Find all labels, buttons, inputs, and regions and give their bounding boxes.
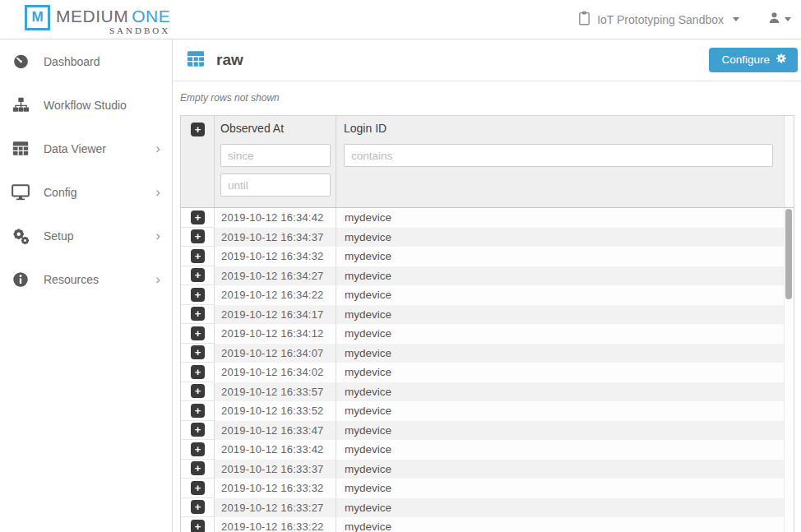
- scrollbar-gutter: [784, 498, 794, 518]
- until-filter-input[interactable]: [220, 173, 331, 197]
- expand-all-cell: +: [181, 116, 215, 207]
- expand-cell: +: [181, 479, 215, 498]
- column-observed-at: Observed At: [215, 116, 336, 207]
- data-table: + Observed At Login ID + 2019-10-12 16:3…: [180, 115, 794, 532]
- table-row: + 2019-10-12 16:33:47 mydevice: [181, 421, 794, 441]
- observed-at-cell: 2019-10-12 16:34:37: [215, 228, 336, 247]
- info-icon: [11, 271, 30, 288]
- chevron-down-icon: [785, 17, 791, 21]
- expand-cell: +: [181, 401, 215, 421]
- table-scrollbar-thumb[interactable]: [785, 209, 792, 299]
- sidebar-item-dashboard[interactable]: Dashboard: [0, 39, 172, 83]
- sidebar-item-setup[interactable]: Setup ›: [0, 214, 172, 257]
- login-id-cell: mydevice: [336, 421, 784, 441]
- gear-icon: [776, 53, 787, 67]
- observed-at-cell: 2019-10-12 16:33:57: [215, 382, 336, 402]
- chevron-right-icon: ›: [155, 185, 160, 199]
- project-selector-dropdown[interactable]: IoT Prototyping Sandbox: [577, 10, 739, 29]
- main-content: raw Configure Empty rows not shown: [174, 39, 801, 532]
- expand-row-button[interactable]: +: [191, 384, 205, 398]
- table-icon: [11, 141, 30, 156]
- expand-cell: +: [181, 382, 215, 402]
- logo-m-icon: M: [25, 5, 50, 30]
- expand-row-button[interactable]: +: [191, 288, 205, 302]
- expand-cell: +: [181, 344, 215, 363]
- expand-row-button[interactable]: +: [191, 404, 205, 418]
- observed-at-cell: 2019-10-12 16:34:22: [215, 285, 336, 305]
- observed-at-cell: 2019-10-12 16:33:52: [215, 401, 336, 421]
- contains-filter-input[interactable]: [344, 144, 773, 167]
- workflow-icon: [11, 96, 30, 113]
- table-header: + Observed At Login ID: [181, 116, 794, 208]
- expand-row-button[interactable]: +: [191, 249, 205, 263]
- configure-button[interactable]: Configure: [709, 48, 798, 72]
- sidebar-item-label: Workflow Studio: [44, 99, 127, 112]
- dashboard-icon: [11, 53, 30, 70]
- user-menu-dropdown[interactable]: [767, 11, 791, 28]
- table-row: + 2019-10-12 16:33:32 mydevice: [181, 479, 794, 498]
- sidebar-item-workflow-studio[interactable]: Workflow Studio: [0, 83, 172, 127]
- expand-row-button[interactable]: +: [191, 268, 205, 282]
- expand-row-button[interactable]: +: [191, 210, 205, 224]
- table-row: + 2019-10-12 16:33:27 mydevice: [181, 498, 794, 518]
- expand-cell: +: [181, 421, 215, 441]
- login-id-cell: mydevice: [336, 228, 784, 247]
- expand-row-button[interactable]: +: [191, 326, 205, 340]
- table-row: + 2019-10-12 16:33:42 mydevice: [181, 440, 794, 460]
- login-id-cell: mydevice: [336, 266, 784, 286]
- sidebar-item-label: Dashboard: [44, 55, 100, 68]
- expand-row-button[interactable]: +: [191, 229, 205, 243]
- since-filter-input[interactable]: [220, 144, 331, 167]
- table-row: + 2019-10-12 16:34:17 mydevice: [181, 305, 794, 325]
- sidebar-item-data-viewer[interactable]: Data Viewer ›: [0, 127, 172, 170]
- table-row: + 2019-10-12 16:33:22 mydevice: [181, 517, 794, 532]
- observed-at-cell: 2019-10-12 16:33:27: [215, 498, 336, 518]
- table-row: + 2019-10-12 16:34:42 mydevice: [181, 208, 794, 228]
- user-icon: [767, 11, 781, 28]
- observed-at-cell: 2019-10-12 16:34:17: [215, 305, 336, 325]
- scrollbar-track: [784, 116, 794, 207]
- expand-cell: +: [181, 266, 215, 286]
- expand-all-button[interactable]: +: [191, 123, 205, 136]
- scrollbar-gutter: [784, 460, 794, 479]
- table-row: + 2019-10-12 16:33:37 mydevice: [181, 460, 794, 479]
- expand-row-button[interactable]: +: [191, 345, 205, 359]
- scrollbar-gutter: [784, 305, 794, 325]
- stream-header: raw Configure: [174, 39, 801, 81]
- column-header-label: Observed At: [220, 122, 331, 135]
- sidebar-item-config[interactable]: Config ›: [0, 170, 172, 214]
- expand-row-button[interactable]: +: [191, 442, 205, 456]
- expand-row-button[interactable]: +: [191, 365, 205, 379]
- observed-at-cell: 2019-10-12 16:33:42: [215, 440, 336, 460]
- observed-at-cell: 2019-10-12 16:33:22: [215, 517, 336, 532]
- expand-cell: +: [181, 440, 215, 460]
- expand-cell: +: [181, 305, 215, 325]
- observed-at-cell: 2019-10-12 16:33:32: [215, 479, 336, 498]
- expand-row-button[interactable]: +: [191, 461, 205, 475]
- sidebar-item-resources[interactable]: Resources ›: [0, 257, 172, 301]
- login-id-cell: mydevice: [336, 440, 784, 460]
- sidebar-item-label: Data Viewer: [44, 142, 106, 155]
- empty-rows-note: Empty rows not shown: [180, 92, 801, 104]
- scrollbar-gutter: [784, 344, 794, 363]
- monitor-icon: [11, 183, 30, 201]
- chevron-right-icon: ›: [155, 272, 160, 286]
- table-row: + 2019-10-12 16:34:27 mydevice: [181, 266, 794, 286]
- expand-row-button[interactable]: +: [191, 520, 205, 532]
- sidebar-item-label: Setup: [44, 229, 74, 243]
- sidebar-item-label: Config: [44, 186, 76, 199]
- expand-cell: +: [181, 208, 215, 228]
- expand-row-button[interactable]: +: [191, 481, 205, 495]
- expand-row-button[interactable]: +: [191, 500, 205, 514]
- login-id-cell: mydevice: [336, 305, 784, 325]
- chevron-down-icon: [733, 17, 739, 21]
- chevron-right-icon: ›: [155, 141, 160, 155]
- table-row: + 2019-10-12 16:34:32 mydevice: [181, 247, 794, 266]
- login-id-cell: mydevice: [336, 479, 784, 498]
- medium-one-logo[interactable]: M MEDIUMONE SANDBOX: [25, 3, 170, 36]
- expand-row-button[interactable]: +: [191, 307, 205, 321]
- chevron-right-icon: ›: [155, 229, 160, 243]
- expand-cell: +: [181, 460, 215, 479]
- expand-row-button[interactable]: +: [191, 423, 205, 437]
- table-row: + 2019-10-12 16:34:22 mydevice: [181, 285, 794, 305]
